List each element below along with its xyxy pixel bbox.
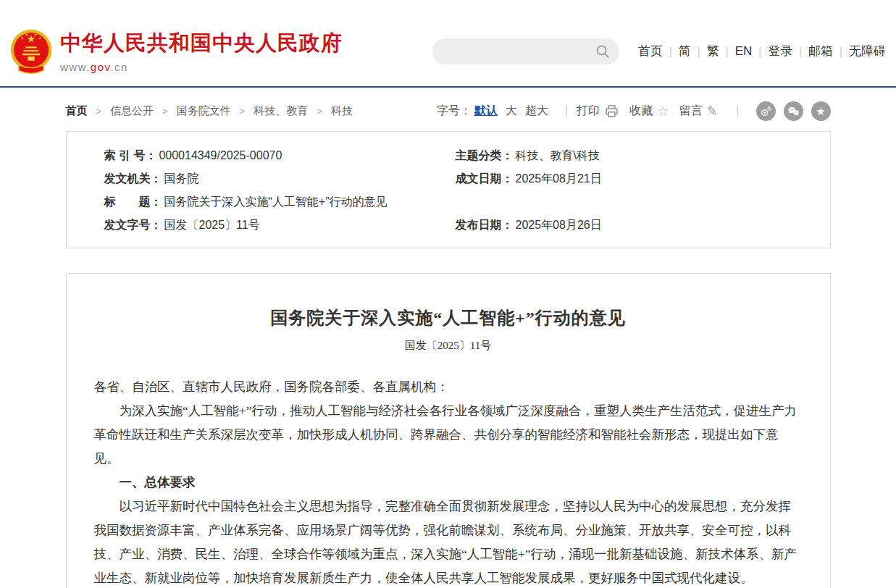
site-title: 中华人民共和国中央人民政府 (60, 29, 343, 58)
site-ident-group: 中华人民共和国中央人民政府 www.gov.cn (9, 28, 343, 75)
nav-separator: | (669, 45, 672, 57)
main-content: 首页>信息公开>国务院文件>科技、教育>科技 字号： 默认大超大 | 打印 收藏… (66, 100, 831, 588)
font-size-option-3[interactable]: 超大 (525, 104, 548, 117)
meta-row (456, 190, 830, 214)
breadcrumb-item-1[interactable]: 首页 (66, 104, 88, 118)
font-size-option-2[interactable]: 大 (506, 104, 517, 117)
meta-row: 索 引 号：000014349/2025-00070 (104, 144, 456, 167)
breadcrumb-separator: > (240, 106, 246, 117)
document-paragraph: 以习近平新时代中国特色社会主义思想为指导，完整准确全面贯彻新发展理念，坚持以人民… (94, 495, 803, 588)
meta-label: 主题分类： (456, 148, 514, 164)
meta-row: 主题分类：科技、教育\科技 (456, 144, 830, 167)
top-nav: 首页|简|繁|EN|登录|邮箱|无障碍 (638, 43, 886, 59)
site-ident: 中华人民共和国中央人民政府 www.gov.cn (60, 29, 343, 73)
meta-column-left: 索 引 号：000014349/2025-00070发文机关：国务院标 题：国务… (67, 144, 456, 237)
meta-row: 发布日期：2025年08月26日 (456, 214, 830, 237)
search-input[interactable] (445, 44, 595, 58)
meta-label: 发文字号： (104, 218, 162, 233)
nav-separator: | (698, 45, 700, 57)
toolbar-separator: | (565, 104, 568, 117)
print-button[interactable]: 打印 (577, 104, 619, 119)
document-paragraph: 一、总体要求 (94, 471, 803, 495)
font-size-label: 字号： (437, 104, 472, 119)
font-size-option-1[interactable]: 默认 (474, 104, 498, 117)
site-url-highlight: gov (91, 61, 111, 73)
breadcrumb: 首页>信息公开>国务院文件>科技、教育>科技 (66, 104, 361, 118)
weibo-icon (759, 104, 773, 118)
meta-value: 国务院关于深入实施“人工智能+”行动的意见 (164, 195, 388, 210)
meta-column-right: 主题分类：科技、教育\科技成文日期：2025年08月21日发布日期：2025年0… (456, 144, 830, 237)
site-header: 中华人民共和国中央人民政府 www.gov.cn 首页|简|繁|EN|登录|邮箱… (0, 0, 896, 88)
toolbar-separator: | (736, 104, 739, 117)
meta-label: 发文机关： (104, 172, 162, 187)
favorite-star-icon: ★ (816, 106, 825, 117)
breadcrumb-item-5[interactable]: 科技 (331, 104, 353, 118)
document-paragraph: 各省、自治区、直辖市人民政府，国务院各部委、各直属机构： (94, 375, 803, 399)
breadcrumb-toolbar-row: 首页>信息公开>国务院文件>科技、教育>科技 字号： 默认大超大 | 打印 收藏… (66, 100, 831, 122)
meta-value: 国发〔2025〕11号 (164, 218, 260, 233)
meta-value: 2025年08月26日 (516, 218, 602, 233)
pencil-icon: ✎ (707, 105, 717, 117)
nav-link-6[interactable]: 邮箱 (808, 43, 833, 59)
breadcrumb-item-4[interactable]: 科技、教育 (254, 104, 308, 118)
nav-separator: | (726, 45, 729, 57)
printer-icon (604, 104, 619, 119)
nav-separator: | (758, 45, 761, 57)
nav-separator: | (840, 45, 842, 57)
nav-link-7[interactable]: 无障碍 (849, 43, 886, 59)
breadcrumb-item-3[interactable]: 国务院文件 (177, 104, 231, 118)
comment-label: 留言 (679, 104, 703, 119)
meta-row: 发文机关：国务院 (104, 167, 456, 190)
comment-button[interactable]: 留言 ✎ (679, 104, 717, 119)
meta-value: 000014349/2025-00070 (159, 149, 282, 162)
search-box[interactable] (432, 38, 619, 64)
nav-link-5[interactable]: 登录 (768, 43, 792, 59)
font-size-options: 默认大超大 (474, 104, 556, 119)
nav-link-3[interactable]: 繁 (707, 43, 719, 59)
article-toolbar: 字号： 默认大超大 | 打印 收藏 ☆ 留言 ✎ (437, 101, 831, 121)
meta-value: 2025年08月21日 (516, 172, 602, 187)
document-box: 国务院关于深入实施“人工智能+”行动的意见 国发〔2025〕11号 各省、自治区… (66, 273, 831, 588)
header-right-group: 首页|简|繁|EN|登录|邮箱|无障碍 (432, 38, 886, 64)
breadcrumb-separator: > (162, 106, 168, 117)
document-paragraph: 为深入实施“人工智能+”行动，推动人工智能与经济社会各行业各领域广泛深度融合，重… (94, 399, 803, 471)
meta-label: 发布日期： (456, 218, 514, 233)
meta-row: 成文日期：2025年08月21日 (456, 167, 830, 190)
document-number: 国发〔2025〕11号 (94, 339, 803, 353)
print-label: 打印 (577, 104, 600, 119)
site-url[interactable]: www.gov.cn (60, 61, 343, 73)
site-url-suffix: .cn (110, 61, 128, 73)
document-body: 各省、自治区、直辖市人民政府，国务院各部委、各直属机构：为深入实施“人工智能+”… (94, 375, 803, 588)
favorite-button[interactable]: 收藏 ☆ (629, 104, 669, 119)
favorite-label: 收藏 (629, 104, 653, 119)
meta-label: 标 题： (104, 195, 162, 210)
meta-value: 科技、教育\科技 (516, 148, 600, 164)
meta-row: 标 题：国务院关于深入实施“人工智能+”行动的意见 (104, 190, 456, 214)
meta-label: 成文日期： (456, 172, 514, 187)
star-outline-icon: ☆ (657, 104, 669, 118)
search-icon[interactable] (595, 43, 611, 59)
wechat-icon (787, 104, 800, 118)
breadcrumb-separator: > (317, 106, 322, 117)
nav-separator: | (799, 45, 802, 57)
share-favorite-button[interactable]: ★ (811, 101, 831, 121)
site-url-prefix: www. (60, 61, 91, 73)
document-meta-box: 索 引 号：000014349/2025-00070发文机关：国务院标 题：国务… (66, 131, 831, 248)
meta-value: 国务院 (164, 172, 199, 187)
share-wechat-button[interactable] (784, 101, 803, 121)
breadcrumb-item-2[interactable]: 信息公开 (110, 104, 154, 118)
breadcrumb-separator: > (96, 106, 102, 117)
document-title: 国务院关于深入实施“人工智能+”行动的意见 (94, 306, 803, 329)
national-emblem-logo[interactable] (9, 28, 54, 75)
meta-label: 索 引 号： (104, 148, 157, 164)
meta-row: 发文字号：国发〔2025〕11号 (104, 214, 456, 237)
nav-link-4[interactable]: EN (735, 44, 753, 59)
nav-link-2[interactable]: 简 (679, 43, 691, 59)
nav-link-1[interactable]: 首页 (638, 43, 663, 59)
share-weibo-button[interactable] (756, 101, 776, 121)
